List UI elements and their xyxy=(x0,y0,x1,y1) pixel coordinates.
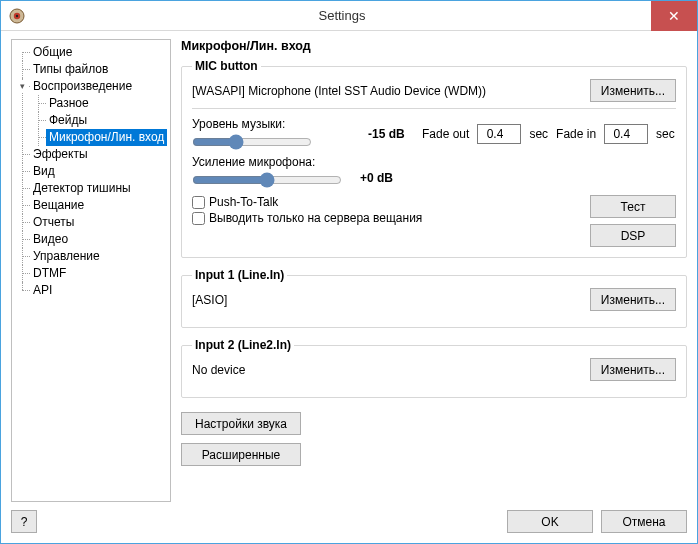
input1-change-button[interactable]: Изменить... xyxy=(590,288,676,311)
tree-item[interactable]: Отчеты xyxy=(16,214,168,231)
titlebar: Settings ✕ xyxy=(1,1,697,31)
collapse-icon[interactable]: ▾ xyxy=(17,81,28,92)
settings-panel: Микрофон/Лин. вход MIC button [WASAPI] M… xyxy=(181,39,687,502)
help-button[interactable]: ? xyxy=(11,510,37,533)
mic-gain-value: +0 dB xyxy=(360,171,406,185)
tree-item-label: Управление xyxy=(30,248,103,265)
dialog-footer: ? OK Отмена xyxy=(11,510,687,533)
tree-item-label: Типы файлов xyxy=(30,61,111,78)
tree-item[interactable]: Фейды xyxy=(32,112,168,129)
input2-device-text: No device xyxy=(192,363,584,377)
sec-label-1: sec xyxy=(529,127,548,141)
tree-item[interactable]: ▾ВоспроизведениеРазноеФейдыМикрофон/Лин.… xyxy=(16,78,168,146)
ptt-checkbox[interactable] xyxy=(192,196,205,209)
tree-item[interactable]: Разное xyxy=(32,95,168,112)
dsp-button[interactable]: DSP xyxy=(590,224,676,247)
tree-item-label: Отчеты xyxy=(30,214,77,231)
separator xyxy=(192,108,676,109)
cancel-button[interactable]: Отмена xyxy=(601,510,687,533)
tree-item[interactable]: DTMF xyxy=(16,265,168,282)
music-level-slider[interactable] xyxy=(192,133,312,151)
fade-in-label: Fade in xyxy=(556,127,596,141)
input1-group: Input 1 (Line.In) [ASIO] Изменить... xyxy=(181,268,687,328)
tree-item[interactable]: Вид xyxy=(16,163,168,180)
fade-out-input[interactable] xyxy=(477,124,521,144)
to-servers-label: Выводить только на сервера вещания xyxy=(209,211,422,225)
tree-item-label: Фейды xyxy=(46,112,90,129)
tree-item-label: Общие xyxy=(30,44,75,61)
app-icon xyxy=(9,8,25,24)
mic-gain-slider[interactable] xyxy=(192,171,342,189)
test-button[interactable]: Тест xyxy=(590,195,676,218)
ok-button[interactable]: OK xyxy=(507,510,593,533)
tree-item[interactable]: Детектор тишины xyxy=(16,180,168,197)
input2-group: Input 2 (Line2.In) No device Изменить... xyxy=(181,338,687,398)
sec-label-2: sec xyxy=(656,127,675,141)
close-button[interactable]: ✕ xyxy=(651,1,697,31)
tree-item-label: Эффекты xyxy=(30,146,91,163)
tree-item[interactable]: Эффекты xyxy=(16,146,168,163)
tree-item-label: Микрофон/Лин. вход xyxy=(46,129,167,146)
mic-group-legend: MIC button xyxy=(192,59,261,73)
sound-settings-button[interactable]: Настройки звука xyxy=(181,412,301,435)
mic-change-button[interactable]: Изменить... xyxy=(590,79,676,102)
to-servers-checkbox-row[interactable]: Выводить только на сервера вещания xyxy=(192,211,580,225)
tree-item[interactable]: API xyxy=(16,282,168,299)
fade-in-input[interactable] xyxy=(604,124,648,144)
mic-button-group: MIC button [WASAPI] Microphone (Intel SS… xyxy=(181,59,687,258)
close-icon: ✕ xyxy=(668,8,680,24)
tree-item-label: Вид xyxy=(30,163,58,180)
input1-legend: Input 1 (Line.In) xyxy=(192,268,287,282)
window-title: Settings xyxy=(33,8,651,23)
tree-item[interactable]: Вещание xyxy=(16,197,168,214)
ptt-label: Push-To-Talk xyxy=(209,195,278,209)
tree-item-label: Вещание xyxy=(30,197,87,214)
input2-change-button[interactable]: Изменить... xyxy=(590,358,676,381)
tree-item-label: Детектор тишины xyxy=(30,180,134,197)
tree-item[interactable]: Видео xyxy=(16,231,168,248)
music-level-value: -15 dB xyxy=(368,127,414,141)
fade-out-label: Fade out xyxy=(422,127,469,141)
input2-legend: Input 2 (Line2.In) xyxy=(192,338,294,352)
to-servers-checkbox[interactable] xyxy=(192,212,205,225)
tree-item-label: Видео xyxy=(30,231,71,248)
tree-item-label: DTMF xyxy=(30,265,69,282)
input1-device-text: [ASIO] xyxy=(192,293,584,307)
mic-device-text: [WASAPI] Microphone (Intel SST Audio Dev… xyxy=(192,84,584,98)
advanced-button[interactable]: Расширенные xyxy=(181,443,301,466)
tree-item[interactable]: Управление xyxy=(16,248,168,265)
ptt-checkbox-row[interactable]: Push-To-Talk xyxy=(192,195,580,209)
tree-item[interactable]: Общие xyxy=(16,44,168,61)
tree-item[interactable]: Микрофон/Лин. вход xyxy=(32,129,168,146)
music-level-label: Уровень музыки: xyxy=(192,117,312,131)
mic-gain-label: Усиление микрофона: xyxy=(192,155,352,169)
tree-item-label: Разное xyxy=(46,95,92,112)
page-title: Микрофон/Лин. вход xyxy=(181,39,687,53)
tree-item-label: API xyxy=(30,282,55,299)
tree-item-label: Воспроизведение xyxy=(30,78,135,95)
svg-point-2 xyxy=(16,14,18,16)
tree-item[interactable]: Типы файлов xyxy=(16,61,168,78)
category-tree[interactable]: ОбщиеТипы файлов▾ВоспроизведениеРазноеФе… xyxy=(11,39,171,502)
